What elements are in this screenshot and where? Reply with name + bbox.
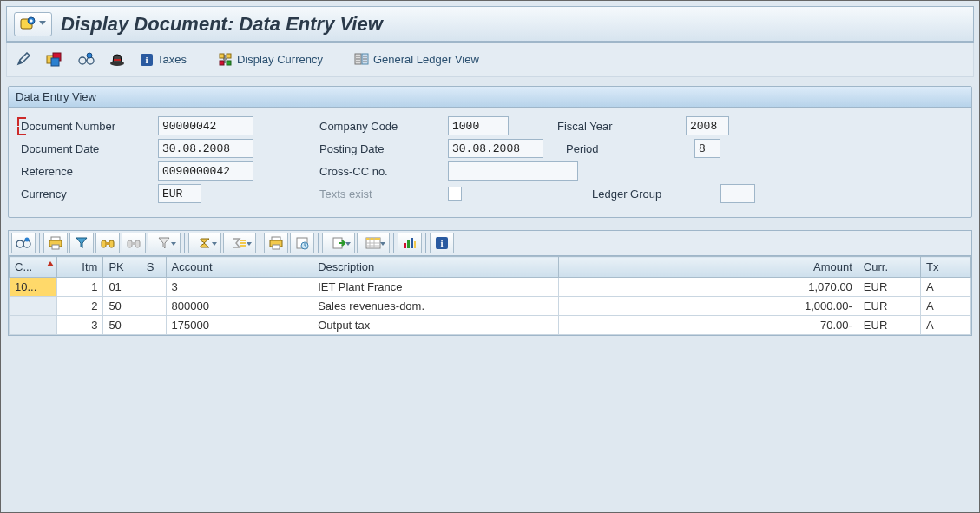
hat-icon — [109, 52, 126, 68]
svg-rect-41 — [414, 241, 416, 248]
table-row[interactable]: 2 50 800000 Sales revenues-dom. 1,000.00… — [10, 297, 971, 316]
currency-field[interactable] — [158, 184, 201, 203]
cell-description: IET Plant France — [312, 278, 559, 297]
other-document-button[interactable] — [73, 49, 99, 71]
total-button[interactable] — [188, 233, 221, 253]
print-preview-button[interactable] — [104, 49, 130, 71]
cell-pk: 50 — [103, 297, 141, 316]
taxes-label: Taxes — [157, 53, 187, 66]
set-filter-button[interactable] — [148, 233, 181, 253]
doc-number-field[interactable] — [158, 116, 253, 135]
ledger-icon — [354, 52, 370, 68]
col-amount[interactable]: Amount — [559, 257, 858, 278]
col-item[interactable]: Itm — [57, 257, 103, 278]
binoculars-icon — [101, 236, 115, 250]
svg-rect-9 — [114, 59, 121, 61]
command-field-button[interactable] — [14, 12, 52, 36]
svg-text:i: i — [440, 238, 443, 248]
grid-toolbar: i — [8, 230, 972, 256]
cell-itm: 3 — [57, 316, 103, 335]
company-code-label: Company Code — [319, 120, 441, 133]
cell-tx: A — [921, 316, 971, 335]
texts-exist-label: Texts exist — [319, 187, 441, 201]
period-label: Period — [566, 142, 687, 155]
app-window: Display Document: Data Entry View — [0, 0, 980, 513]
display-currency-label: Display Currency — [237, 53, 323, 66]
col-tx[interactable]: Tx — [921, 257, 971, 278]
doc-date-field[interactable] — [158, 139, 253, 158]
subtotal-icon — [233, 237, 247, 249]
command-icon — [20, 16, 36, 32]
svg-rect-14 — [220, 61, 224, 65]
change-button[interactable] — [12, 49, 36, 71]
posting-date-field[interactable] — [448, 139, 543, 158]
posting-date-label: Posting Date — [319, 142, 441, 155]
cell-pk: 50 — [103, 316, 141, 335]
table-row[interactable]: 3 50 175000 Output tax 70.00- EUR A — [10, 316, 971, 335]
table-row[interactable]: 10... 1 01 3 IET Plant France 1,070.00 E… — [10, 278, 971, 297]
filter-button[interactable] — [69, 233, 94, 253]
ledger-group-field[interactable] — [720, 184, 755, 203]
col-company-code[interactable]: C... — [10, 257, 57, 278]
general-ledger-view-button[interactable]: General Ledger View — [350, 49, 483, 71]
cell-c: 10... — [10, 278, 57, 297]
cell-pk: 01 — [103, 278, 141, 297]
layout-button[interactable] — [357, 233, 390, 253]
currency-icon — [218, 52, 233, 68]
svg-rect-13 — [227, 54, 231, 58]
col-description[interactable]: Description — [312, 257, 559, 278]
svg-rect-40 — [411, 238, 413, 248]
display-currency-button[interactable]: Display Currency — [214, 49, 327, 71]
details-button[interactable] — [11, 233, 36, 253]
subtotal-button[interactable] — [223, 233, 256, 253]
data-entry-panel: Data Entry View Document Number Company … — [8, 86, 972, 218]
reference-label: Reference — [21, 165, 151, 178]
print-button[interactable] — [43, 233, 68, 253]
print-grid-button[interactable] — [264, 233, 288, 253]
cell-amount: 1,070.00 — [559, 278, 858, 297]
period-field[interactable] — [694, 139, 720, 158]
services-icon — [46, 52, 63, 68]
cell-s — [141, 278, 166, 297]
fiscal-year-field[interactable] — [686, 116, 729, 135]
svg-rect-32 — [273, 245, 280, 249]
services-button[interactable] — [42, 49, 68, 71]
reference-field[interactable] — [158, 161, 253, 181]
cell-curr: EUR — [858, 278, 920, 297]
layout-icon — [365, 237, 381, 249]
line-items-grid: C... Itm PK S Account Description Amount… — [8, 256, 972, 336]
find-button[interactable] — [95, 233, 120, 253]
glasses-globe-icon — [77, 52, 95, 68]
info-grid-button[interactable]: i — [430, 233, 454, 253]
col-curr[interactable]: Curr. — [858, 257, 920, 278]
texts-exist-checkbox[interactable] — [448, 187, 462, 201]
view-button[interactable] — [290, 233, 314, 253]
cross-cc-field[interactable] — [448, 161, 578, 181]
cell-description: Output tax — [312, 316, 559, 335]
binoculars-next-icon — [127, 236, 141, 250]
company-code-field[interactable] — [448, 116, 509, 135]
svg-point-18 — [16, 240, 23, 247]
funnel-icon — [158, 236, 170, 250]
cell-curr: EUR — [858, 316, 920, 335]
cell-account: 175000 — [166, 316, 312, 335]
col-s[interactable]: S — [141, 257, 166, 278]
gl-view-label: General Ledger View — [373, 53, 479, 66]
taxes-button[interactable]: i Taxes — [135, 49, 191, 71]
find-next-button[interactable] — [122, 233, 146, 253]
cell-account: 3 — [166, 278, 312, 297]
export-button[interactable] — [322, 233, 355, 253]
cell-s — [141, 297, 166, 316]
svg-rect-4 — [51, 58, 59, 66]
currency-label: Currency — [21, 187, 151, 201]
col-account[interactable]: Account — [166, 257, 312, 278]
panel-header: Data Entry View — [9, 87, 971, 108]
cell-amount: 1,000.00- — [559, 297, 858, 316]
col-pk[interactable]: PK — [103, 257, 141, 278]
clock-sheet-icon — [295, 236, 309, 250]
cell-tx: A — [921, 297, 971, 316]
graphic-button[interactable] — [398, 233, 422, 253]
doc-number-label: Document Number — [21, 120, 151, 133]
printer2-icon — [269, 236, 283, 250]
svg-rect-37 — [366, 238, 380, 240]
